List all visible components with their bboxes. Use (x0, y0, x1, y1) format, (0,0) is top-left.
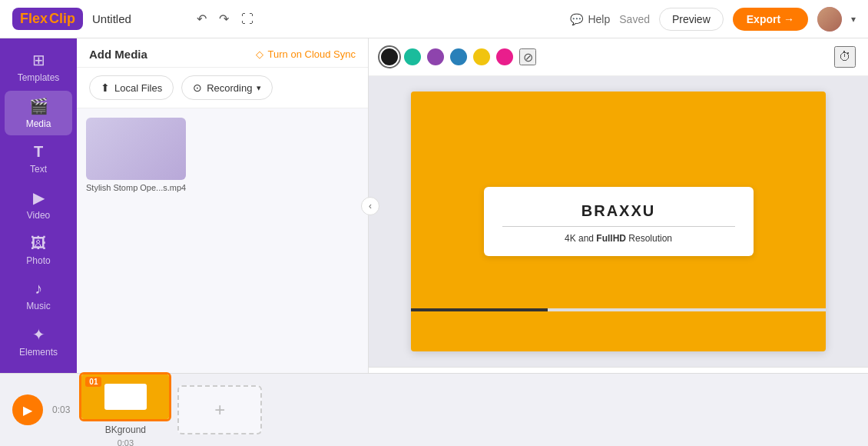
music-icon: ♪ (35, 280, 42, 298)
sidebar-item-elements[interactable]: ✦ Elements (5, 319, 72, 364)
sub-text-part1: 4K and (565, 233, 596, 244)
sidebar-item-photo[interactable]: 🖼 Photo (5, 228, 72, 272)
clip-thumb-inner (104, 384, 147, 410)
cloud-icon: ◇ (256, 48, 263, 60)
topbar-right: 💬 Help Saved Preview Export → ▾ (570, 7, 856, 32)
sidebar-item-label-photo: Photo (26, 255, 50, 266)
avatar[interactable] (817, 7, 842, 32)
sidebar-item-label-text: Text (30, 164, 47, 175)
account-chevron-button[interactable]: ▾ (851, 14, 856, 25)
video-card: BRAXXU 4K and FullHD Resolution (484, 187, 754, 256)
recording-button[interactable]: ⊙ Recording ▾ (181, 75, 273, 100)
list-item[interactable]: Stylish Stomp Ope...s.mp4 (86, 118, 186, 364)
video-icon: ▶ (33, 188, 45, 207)
color-pink[interactable] (496, 48, 513, 65)
card-subtitle: 4K and FullHD Resolution (502, 233, 735, 244)
sidebar-item-music[interactable]: ♪ Music (5, 274, 72, 318)
cloud-sync-label: Turn on Cloud Sync (268, 48, 356, 60)
text-icon: T (34, 143, 43, 161)
preview-button[interactable]: Preview (659, 8, 724, 31)
history-icon: ⏱ (839, 50, 851, 64)
video-preview: BRAXXU 4K and FullHD Resolution (411, 92, 826, 351)
add-media-header: Add Media ◇ Turn on Cloud Sync (77, 38, 368, 68)
media-thumb-inner (86, 118, 186, 180)
color-black[interactable] (381, 48, 398, 65)
add-clip-button[interactable]: + (177, 385, 262, 434)
recording-label: Recording (207, 82, 252, 94)
sub-text-bold: FullHD (596, 233, 626, 244)
logo-clip: Clip (49, 11, 75, 27)
toolbar-right: ⏱ (834, 46, 856, 68)
sidebar-item-label-music: Music (26, 301, 50, 311)
timeline-clips: 01 BKground 0:03 + (79, 372, 262, 446)
left-panel-wrapper: Add Media ◇ Turn on Cloud Sync ⬆ Local F… (77, 38, 369, 373)
card-divider (502, 226, 735, 227)
logo-accent: Flex (20, 11, 48, 27)
help-icon: 💬 (570, 13, 583, 25)
fullscreen-button[interactable]: ⛶ (238, 9, 257, 29)
list-item[interactable]: 01 BKground 0:03 (79, 372, 171, 446)
cloud-sync-button[interactable]: ◇ Turn on Cloud Sync (256, 48, 356, 60)
color-teal[interactable] (404, 48, 421, 65)
sidebar-item-video[interactable]: ▶ Video (5, 182, 72, 227)
center-panel: ⊘ ⏱ BRAXXU 4K and FullHD Resolution (369, 38, 868, 373)
redo-button[interactable]: ↷ (216, 8, 232, 29)
app-logo: FlexClip (12, 8, 83, 30)
media-name: Stylish Stomp Ope...s.mp4 (86, 183, 186, 192)
main-content: ⊞ Templates 🎬 Media T Text ▶ Video 🖼 Pho… (0, 38, 868, 373)
saved-status: Saved (619, 13, 650, 25)
upload-icon: ⬆ (101, 82, 110, 94)
add-clip-icon: + (214, 399, 225, 421)
elements-icon: ✦ (32, 325, 45, 344)
sidebar-item-text[interactable]: T Text (5, 137, 72, 181)
media-icon: 🎬 (29, 97, 48, 115)
progress-bar-fill (411, 308, 548, 311)
sub-text-part2: Resolution (626, 233, 672, 244)
clip-thumbnail: 01 (79, 372, 171, 421)
sidebar-item-overlays[interactable]: ⧉ Overlays (5, 365, 72, 373)
color-toolbar: ⊘ ⏱ (369, 38, 868, 76)
clip-duration: 0:03 (118, 438, 134, 446)
clip-label: BKground (105, 424, 146, 435)
templates-icon: ⊞ (32, 51, 45, 69)
timeline-play-icon: ▶ (23, 403, 32, 418)
local-files-button[interactable]: ⬆ Local Files (89, 75, 174, 100)
fill-icon: ⊘ (523, 50, 533, 65)
collapse-panel-button[interactable]: ‹ (361, 197, 379, 215)
media-thumbnail (86, 118, 186, 180)
project-title-input[interactable] (92, 12, 184, 25)
history-button[interactable]: ⏱ (834, 46, 856, 68)
sidebar: ⊞ Templates 🎬 Media T Text ▶ Video 🖼 Pho… (0, 38, 77, 373)
sidebar-item-label-media: Media (26, 118, 51, 129)
fill-color-button[interactable]: ⊘ (519, 48, 536, 65)
timeline-play-button[interactable]: ▶ (12, 394, 43, 425)
brand-text: BRAXXU (502, 202, 735, 220)
sidebar-item-label-templates: Templates (18, 72, 60, 83)
sidebar-item-label-elements: Elements (19, 347, 58, 358)
media-grid: Stylish Stomp Ope...s.mp4 (77, 108, 368, 373)
help-label: Help (588, 13, 610, 25)
undo-button[interactable]: ↶ (194, 8, 210, 29)
preview-area: BRAXXU 4K and FullHD Resolution (369, 76, 868, 367)
recording-chevron-icon: ▾ (257, 83, 261, 93)
help-button[interactable]: 💬 Help (570, 13, 610, 25)
topbar: FlexClip ↶ ↷ ⛶ 💬 Help Saved Preview Expo… (0, 0, 868, 38)
timeline-play-duration: 0:03 (52, 404, 70, 415)
playback-controls: 0:01 / 0:03 ⏸ 🎤 0:03.00 (369, 367, 868, 374)
topbar-icons: ↶ ↷ ⛶ (194, 8, 257, 29)
timeline: ▶ 0:03 01 BKground 0:03 + (0, 373, 868, 446)
add-media-title: Add Media (89, 48, 147, 61)
record-icon: ⊙ (193, 82, 202, 94)
export-button[interactable]: Export → (733, 8, 808, 31)
color-blue[interactable] (450, 48, 467, 65)
photo-icon: 🖼 (31, 235, 46, 252)
sidebar-item-media[interactable]: 🎬 Media (5, 91, 72, 135)
color-purple[interactable] (427, 48, 444, 65)
avatar-image (817, 7, 842, 32)
progress-bar-container (411, 308, 826, 311)
color-yellow[interactable] (473, 48, 490, 65)
media-actions: ⬆ Local Files ⊙ Recording ▾ (77, 68, 368, 108)
clip-number: 01 (85, 377, 101, 387)
sidebar-item-templates[interactable]: ⊞ Templates (5, 45, 72, 89)
left-panel: Add Media ◇ Turn on Cloud Sync ⬆ Local F… (77, 38, 369, 373)
